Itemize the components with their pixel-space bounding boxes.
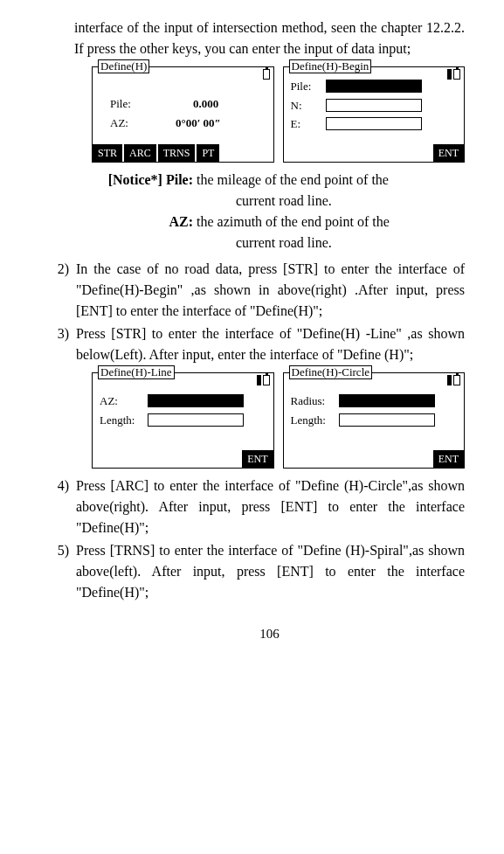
ent-softkey[interactable]: ENT — [433, 144, 464, 162]
signal-icon — [447, 69, 452, 80]
length-label: Length: — [100, 412, 148, 429]
signal-icon — [447, 375, 452, 385]
radius-label: Radius: — [291, 392, 339, 410]
length-label: Length: — [291, 412, 339, 429]
e-label: E: — [291, 115, 326, 133]
notice-block: [Notice*] Pile: the mileage of the end p… — [74, 170, 465, 253]
define-h-circle-box: Define(H)-Circle Radius: Length: ENT — [283, 372, 466, 469]
battery-icon — [453, 375, 460, 385]
step-5: 5) Press [TRNS] to enter the interface o… — [74, 540, 465, 603]
step-4-text: Press [ARC] to enter the interface of "D… — [76, 476, 465, 538]
battery-icon — [263, 375, 270, 385]
step-number: 3) — [50, 323, 76, 365]
ent-softkey[interactable]: ENT — [242, 450, 273, 468]
page-number: 106 — [74, 624, 465, 644]
az-input[interactable] — [148, 394, 244, 407]
radius-input[interactable] — [339, 394, 435, 407]
battery-icon — [263, 69, 270, 80]
step-number: 4) — [50, 476, 76, 538]
notice-label: [Notice*] Pile: — [74, 170, 197, 191]
step-5-text: Press [TRNS] to enter the interface of "… — [76, 540, 465, 603]
intro-paragraph: interface of the input of intersection m… — [74, 17, 465, 59]
box2-title: Define(H)-Begin — [289, 59, 372, 73]
notice-text-1a: the mileage of the end point of the — [197, 170, 465, 191]
box1-title: Define(H) — [98, 59, 149, 73]
az-label: AZ: — [110, 115, 158, 132]
define-h-box: Define(H) Pile: 0.000 AZ: 0°00′ 00″ STR … — [92, 66, 274, 163]
step-3: 3) Press [STR] to enter the interface of… — [74, 323, 465, 365]
str-softkey[interactable]: STR — [93, 144, 122, 162]
length-input[interactable] — [148, 413, 244, 427]
n-label: N: — [291, 97, 326, 115]
signal-icon — [257, 375, 261, 385]
pile-label: Pile: — [291, 78, 326, 95]
ui-row-1: Define(H) Pile: 0.000 AZ: 0°00′ 00″ STR … — [92, 66, 465, 163]
ent-softkey[interactable]: ENT — [433, 450, 464, 468]
e-input[interactable] — [326, 117, 422, 130]
define-h-line-box: Define(H)-Line AZ: Length: ENT — [92, 372, 274, 469]
define-h-begin-box: Define(H)-Begin Pile: N: E: ENT — [283, 66, 466, 163]
battery-icon — [453, 69, 460, 80]
step-4: 4) Press [ARC] to enter the interface of… — [74, 476, 465, 538]
notice-text-2b: current road line. — [236, 233, 465, 253]
az-notice-label: AZ: — [74, 212, 197, 233]
step-number: 2) — [50, 259, 76, 322]
pile-input[interactable] — [326, 80, 422, 93]
trns-softkey[interactable]: TRNS — [158, 144, 196, 162]
notice-text-1b: current road line. — [236, 191, 465, 212]
az-label: AZ: — [100, 392, 148, 410]
step-3-text: Press [STR] to enter the interface of "D… — [76, 323, 465, 365]
pt-softkey[interactable]: PT — [197, 144, 219, 162]
az-value: 0°00′ 00″ — [176, 115, 221, 132]
ui-row-2: Define(H)-Line AZ: Length: ENT Define(H)… — [92, 372, 465, 469]
n-input[interactable] — [326, 99, 422, 112]
length-input[interactable] — [339, 413, 435, 427]
step-2: 2) In the case of no road data, press [S… — [74, 259, 465, 322]
arc-softkey[interactable]: ARC — [124, 144, 156, 162]
step-number: 5) — [50, 540, 76, 603]
pile-value: 0.000 — [193, 95, 218, 113]
notice-text-2a: the azimuth of the end point of the — [197, 212, 465, 233]
step-2-text: In the case of no road data, press [STR]… — [76, 259, 465, 322]
box3-title: Define(H)-Line — [98, 365, 175, 379]
box4-title: Define(H)-Circle — [289, 365, 373, 379]
pile-label: Pile: — [110, 95, 158, 113]
